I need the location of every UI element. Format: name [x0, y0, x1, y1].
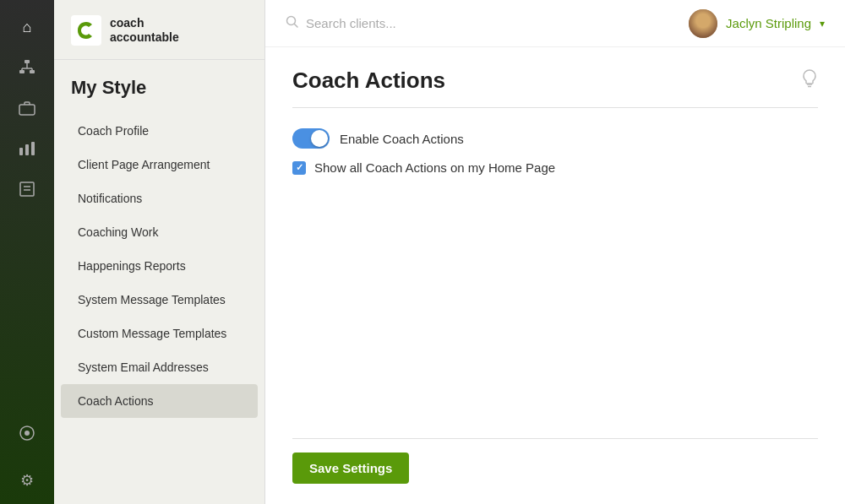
circle-icon[interactable] — [10, 416, 44, 450]
topbar: Search clients... Jaclyn Stripling ▾ — [265, 0, 845, 47]
svg-line-17 — [295, 24, 298, 27]
sidebar-item-client-page[interactable]: Client Page Arrangement — [61, 148, 258, 182]
content-header: Coach Actions — [292, 68, 818, 94]
home-icon[interactable]: ⌂ — [10, 10, 44, 44]
username: Jaclyn Stripling — [726, 16, 811, 30]
gear-icon[interactable]: ⚙ — [10, 463, 44, 497]
sidebar-item-coach-profile[interactable]: Coach Profile — [61, 114, 258, 148]
main-content: Search clients... Jaclyn Stripling ▾ Coa… — [265, 0, 845, 504]
svg-rect-10 — [31, 142, 35, 155]
show-all-actions-row: ✓ Show all Coach Actions on my Home Page — [292, 160, 818, 175]
nav-dark: ⌂ — [0, 0, 54, 504]
sidebar-item-coaching-work[interactable]: Coaching Work — [61, 215, 258, 249]
chevron-down-icon: ▾ — [820, 18, 825, 30]
page-title: Coach Actions — [292, 68, 445, 94]
sidebar-logo: coach accountable — [54, 0, 264, 60]
chart-icon[interactable] — [10, 132, 44, 165]
svg-rect-8 — [19, 148, 23, 155]
logo-text: coach accountable — [110, 16, 179, 45]
sidebar-item-coach-actions[interactable]: Coach Actions — [61, 384, 258, 418]
svg-rect-2 — [30, 70, 35, 73]
content-area: Coach Actions Enable Coach Actions ✓ Sho… — [265, 47, 845, 504]
svg-point-14 — [25, 431, 30, 436]
enable-toggle-label: Enable Coach Actions — [340, 132, 464, 146]
search-area: Search clients... — [286, 15, 679, 32]
sidebar: coach accountable My Style Coach Profile… — [54, 0, 265, 504]
header-divider — [292, 107, 818, 108]
search-icon — [286, 15, 299, 32]
svg-rect-9 — [25, 144, 29, 155]
show-all-actions-checkbox[interactable]: ✓ — [292, 161, 306, 175]
avatar — [689, 9, 717, 38]
sidebar-item-system-email[interactable]: System Email Addresses — [61, 350, 258, 384]
show-all-actions-label: Show all Coach Actions on my Home Page — [314, 160, 555, 175]
bulb-icon[interactable] — [801, 69, 818, 92]
sidebar-item-system-msg[interactable]: System Message Templates — [61, 283, 258, 317]
sidebar-item-custom-msg[interactable]: Custom Message Templates — [61, 317, 258, 350]
book-icon[interactable] — [10, 172, 44, 206]
svg-rect-1 — [19, 70, 25, 73]
enable-toggle-row: Enable Coach Actions — [292, 128, 818, 149]
save-button[interactable]: Save Settings — [292, 453, 409, 484]
sidebar-item-notifications[interactable]: Notifications — [61, 182, 258, 215]
checkbox-check-icon: ✓ — [296, 163, 303, 172]
enable-coach-actions-toggle[interactable] — [292, 128, 330, 149]
bottom-bar: Save Settings — [292, 438, 818, 484]
sidebar-item-happenings[interactable]: Happenings Reports — [61, 249, 258, 283]
svg-rect-15 — [71, 15, 101, 46]
sidebar-nav: Coach Profile Client Page Arrangement No… — [54, 107, 264, 425]
svg-rect-0 — [25, 60, 30, 63]
sidebar-section-title: My Style — [54, 60, 264, 107]
search-placeholder[interactable]: Search clients... — [306, 16, 396, 30]
svg-rect-7 — [19, 105, 35, 115]
hierarchy-icon[interactable] — [10, 51, 44, 84]
briefcase-icon[interactable] — [10, 91, 44, 125]
user-menu[interactable]: Jaclyn Stripling ▾ — [689, 9, 825, 38]
